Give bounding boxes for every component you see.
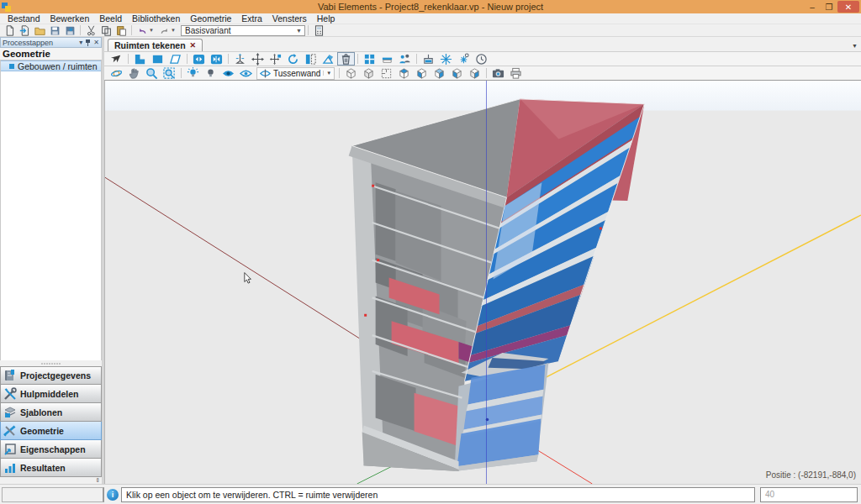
nav-projectgegevens[interactable]: Projectgegevens — [0, 366, 102, 385]
fill-level-tool[interactable] — [420, 52, 437, 66]
variant-combobox[interactable]: Basisvariant ▼ — [181, 25, 305, 36]
view-transparent-toggle[interactable] — [237, 66, 255, 80]
toolbar-separator — [181, 68, 182, 78]
cube-wireframe-view[interactable] — [342, 66, 360, 80]
stretch-horizontal-tool[interactable] — [190, 52, 208, 66]
draw-angle-tool[interactable] — [320, 52, 337, 66]
undo-dropdown-arrow[interactable]: ▼ — [149, 28, 154, 33]
draw-parallelogram-tool[interactable] — [166, 52, 184, 66]
snap-point-tool[interactable] — [437, 52, 455, 66]
screenshot-tool[interactable] — [489, 66, 507, 80]
nav-resultaten[interactable]: Resultaten — [0, 459, 102, 477]
import-project-button[interactable] — [17, 24, 32, 36]
main-toolbar: ▼ ▼ Basisvariant ▼ — [0, 24, 861, 37]
tab-ruimten-tekenen[interactable]: Ruimten tekenen ✕ — [108, 39, 203, 51]
wall-eye-icon — [260, 68, 271, 79]
menu-bestand[interactable]: Bestand — [3, 13, 45, 24]
nav-hulpmiddelen[interactable]: Hulpmiddelen — [0, 385, 102, 403]
window-tool[interactable] — [361, 52, 378, 66]
panel-header-title: Processtappen — [3, 39, 53, 47]
snap-settings-tool[interactable] — [455, 52, 473, 66]
cube-top-view[interactable] — [395, 66, 413, 80]
panel-menu-arrow-icon[interactable]: ▾ — [79, 39, 82, 46]
panel-close-icon[interactable]: ✕ — [93, 39, 99, 46]
view-shaded-toggle[interactable] — [219, 66, 237, 80]
zoom-tool[interactable] — [143, 66, 161, 80]
save-as-button[interactable] — [62, 24, 77, 36]
restore-button[interactable]: ❐ — [821, 1, 837, 13]
redo-dropdown-arrow[interactable]: ▼ — [171, 28, 176, 33]
nav-geometrie[interactable]: Geometrie — [0, 422, 102, 440]
menu-geometrie[interactable]: Geometrie — [185, 13, 236, 24]
tab-label: Ruimten tekenen — [114, 40, 186, 50]
move-tool[interactable] — [249, 52, 267, 66]
help-info-icon[interactable]: i — [107, 489, 119, 501]
minimize-button[interactable]: – — [804, 1, 821, 13]
split-room-tool[interactable] — [302, 52, 320, 66]
move-copy-tool[interactable] — [267, 52, 284, 66]
panel-expand-icon[interactable]: ⇕ — [95, 477, 100, 484]
viewport-3d[interactable]: Positie : (-82191,-884,0) — [104, 80, 861, 484]
menu-bibliotheken[interactable]: Bibliotheken — [127, 13, 185, 24]
tree-item-gebouwen-ruimten[interactable]: Gebouwen / ruimten — [1, 60, 101, 71]
select-tool[interactable] — [108, 52, 125, 66]
rotate-icon — [287, 53, 299, 66]
cube-back-view[interactable] — [430, 66, 448, 80]
orbit-tool[interactable] — [108, 66, 125, 80]
menu-extra[interactable]: Extra — [236, 13, 267, 24]
calculate-button[interactable] — [311, 24, 326, 36]
redo-button[interactable]: ▼ — [156, 24, 178, 36]
open-project-button[interactable] — [32, 24, 47, 36]
copy-button[interactable] — [98, 24, 114, 36]
nav-label: Resultaten — [20, 463, 66, 473]
cube-solid-icon — [362, 67, 375, 80]
scale-value-field[interactable]: 40 — [760, 487, 858, 502]
cube-left-view[interactable] — [448, 66, 466, 80]
menu-beeld[interactable]: Beeld — [94, 13, 127, 24]
light-off-toggle[interactable] — [202, 66, 219, 80]
shrink-horizontal-tool[interactable] — [208, 52, 225, 66]
clock-tool[interactable] — [473, 52, 490, 66]
close-button[interactable]: ✕ — [837, 1, 859, 13]
cut-icon — [86, 25, 97, 36]
tab-close-icon[interactable]: ✕ — [190, 41, 197, 50]
move-icon — [251, 53, 264, 66]
cube-front-view[interactable] — [413, 66, 430, 80]
zoom-window-tool[interactable] — [161, 66, 178, 80]
paste-button[interactable] — [114, 24, 129, 36]
trash-icon — [340, 53, 352, 66]
wall-type-dropdown[interactable]: Tussenwand ▼ — [256, 67, 335, 80]
draw-room-l-tool[interactable] — [131, 52, 149, 66]
cube-floorplan-view[interactable] — [378, 66, 395, 80]
undo-button[interactable]: ▼ — [135, 24, 156, 36]
print-view-tool[interactable] — [507, 66, 525, 80]
menu-bewerken[interactable]: Bewerken — [45, 13, 95, 24]
new-document-button[interactable] — [2, 24, 17, 36]
print-icon — [510, 67, 522, 80]
panel-resize-grip[interactable] — [0, 360, 102, 366]
nav-eigenschappen[interactable]: Eigenschappen — [0, 440, 102, 459]
nav-sjablonen[interactable]: Sjablonen — [0, 403, 102, 422]
cut-button[interactable] — [83, 24, 98, 36]
rotate-tool[interactable] — [284, 52, 302, 66]
light-on-toggle[interactable] — [184, 66, 202, 80]
occupancy-tool[interactable] — [396, 52, 414, 66]
cube-solid-view[interactable] — [360, 66, 378, 80]
menu-help[interactable]: Help — [312, 13, 341, 24]
tab-list-dropdown-icon[interactable]: ▼ — [852, 43, 858, 49]
nav-label: Projectgegevens — [20, 370, 91, 381]
save-button[interactable] — [47, 24, 62, 36]
panel-footer: ⇕ — [0, 477, 102, 484]
pin-icon[interactable] — [85, 39, 91, 46]
floorplan-icon — [380, 67, 393, 80]
move-vertex-tool[interactable] — [231, 52, 249, 66]
draw-room-rect-tool[interactable] — [149, 52, 166, 66]
panel-header: Processtappen ▾ ✕ — [0, 37, 102, 48]
menu-vensters[interactable]: Vensters — [267, 13, 312, 24]
cube-right-view[interactable] — [466, 66, 483, 80]
awning-tool[interactable] — [378, 52, 396, 66]
snowflake-icon — [440, 53, 452, 66]
delete-tool[interactable] — [337, 52, 355, 66]
pan-tool[interactable] — [125, 66, 143, 80]
undo-icon — [137, 25, 148, 36]
